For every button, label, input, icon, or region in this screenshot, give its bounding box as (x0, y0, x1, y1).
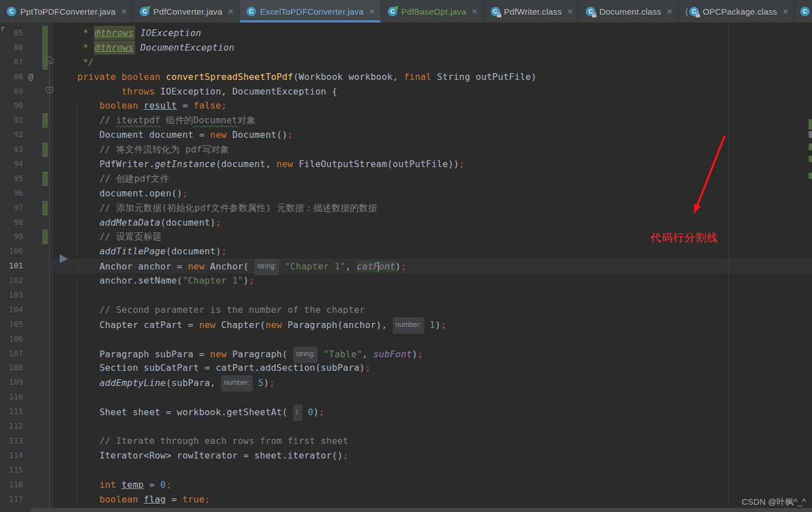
stripe-mark[interactable] (809, 119, 812, 129)
gutter-cell[interactable]: 107 (0, 347, 53, 361)
code-line-90[interactable]: 90 boolean result = false; (0, 98, 812, 113)
gutter-cell[interactable]: 113 (0, 434, 53, 448)
gutter-cell[interactable]: 114 (0, 448, 53, 463)
code-line-87[interactable]: 87 */ (0, 55, 812, 70)
code-line-101[interactable]: 101 Anchor anchor = new Anchor( string: … (0, 259, 812, 273)
code-line-112[interactable]: 112 (0, 419, 812, 434)
gutter-cell[interactable]: 91 (0, 113, 53, 128)
close-icon[interactable]: × (472, 7, 478, 16)
gutter-cell[interactable]: 98 (0, 215, 53, 230)
gutter-cell[interactable]: 110 (0, 390, 53, 405)
gutter-cell[interactable]: 99 (0, 230, 53, 244)
vcs-change-bar[interactable] (42, 113, 48, 128)
code-line-100[interactable]: 100 addTitlePage(document); (0, 244, 812, 259)
gutter-cell[interactable]: 106 (0, 332, 53, 347)
vcs-change-bar[interactable] (42, 172, 48, 186)
code-line-116[interactable]: 116 int temp = 0; (0, 478, 812, 492)
gutter-cell[interactable]: 97 (0, 201, 53, 215)
tab-OPCPackage.class[interactable]: (COPCPackage.class× (679, 0, 795, 23)
code-line-91[interactable]: 91 // itextpdf 组件的Documnet对象 (0, 113, 812, 128)
gutter-cell[interactable]: 93 (0, 142, 53, 157)
annotation-label: 代码行分割线 (651, 231, 718, 245)
code-line-117[interactable]: 117 boolean flag = true; (0, 492, 812, 507)
gutter-cell[interactable]: 92 (0, 128, 53, 142)
tab-PptToPDFConverter.java[interactable]: CPptToPDFConverter.java× (0, 0, 133, 23)
code-editor[interactable]: r 85 * @throws IOException86 * @throws D… (0, 23, 812, 512)
gutter-cell[interactable]: 101 (0, 259, 53, 273)
tab-PdfConverter.java[interactable]: CPdfConverter.java× (133, 0, 240, 23)
code-line-113[interactable]: 113 // Iterate through each rows from fi… (0, 434, 812, 448)
gutter-cell[interactable]: 112 (0, 419, 53, 434)
code-line-111[interactable]: 111 Sheet sheet = workbook.getSheetAt( i… (0, 405, 812, 419)
code-line-97[interactable]: 97 // 添加元数据(初始化pdf文件参数属性) 元数据：描述数据的数据 (0, 201, 812, 215)
code-line-104[interactable]: 104 // Second parameter is the number of… (0, 303, 812, 317)
close-icon[interactable]: × (121, 7, 127, 16)
gutter-cell[interactable]: 100 (0, 244, 53, 259)
code-line-86[interactable]: 86 * @throws DocumentException (0, 41, 812, 55)
code-line-96[interactable]: 96 document.open(); (0, 186, 812, 201)
fold-collapse-icon[interactable] (45, 56, 54, 64)
code-line-106[interactable]: 106 (0, 332, 812, 347)
code-line-115[interactable]: 115 (0, 463, 812, 478)
code-line-89[interactable]: 89 throws IOException, DocumentException… (0, 84, 812, 99)
tab-Document.class[interactable]: CDocument.class× (579, 0, 678, 23)
close-icon[interactable]: × (667, 7, 672, 16)
tab-partial[interactable]: C (795, 0, 810, 23)
gutter-cell[interactable]: 109 (0, 375, 53, 390)
gutter-cell[interactable]: 108 (0, 361, 53, 375)
code-line-98[interactable]: 98 addMetaData(document); (0, 215, 812, 230)
code-line-109[interactable]: 109 addEmptyLine(subPara, number: 5); (0, 375, 812, 390)
code-line-93[interactable]: 93 // 将文件流转化为 pdf写对象 (0, 142, 812, 157)
gutter-cell[interactable]: 86 (0, 41, 53, 55)
code-line-114[interactable]: 114 Iterator<Row> rowIterator = sheet.it… (0, 448, 812, 463)
fold-collapse-icon[interactable] (45, 86, 54, 95)
vcs-change-bar[interactable] (42, 142, 48, 157)
vcs-change-bar[interactable] (42, 230, 48, 244)
gutter-cell[interactable]: 103 (0, 288, 53, 303)
close-icon[interactable]: × (369, 7, 375, 16)
tab-PdfBaseOpt.java[interactable]: CPdfBaseOpt.java× (381, 0, 484, 23)
code-line-92[interactable]: 92 Document document = new Document(); (0, 128, 812, 142)
close-icon[interactable]: × (228, 7, 234, 16)
gutter-cell[interactable]: 90 (0, 98, 53, 113)
gutter-cell[interactable]: 96 (0, 186, 53, 201)
stripe-mark[interactable] (809, 143, 812, 150)
tab-ExcelToPDFConverter.java[interactable]: CExcelToPDFConverter.java× (240, 0, 381, 23)
close-icon[interactable]: × (567, 7, 573, 16)
line-number: 103 (0, 288, 23, 303)
gutter-cell[interactable]: 105 (0, 317, 53, 332)
horizontal-scrollbar[interactable] (31, 508, 812, 512)
code-line-103[interactable]: 103 (0, 288, 812, 303)
vcs-change-bar[interactable] (42, 41, 48, 55)
gutter-cell[interactable]: 117 (0, 492, 53, 507)
code-text: */ (53, 55, 812, 70)
code-text: // 将文件流转化为 pdf写对象 (53, 142, 812, 157)
gutter-cell[interactable]: 95 (0, 172, 53, 186)
gutter-cell[interactable]: 111 (0, 405, 53, 419)
vcs-change-bar[interactable] (42, 26, 48, 41)
code-line-105[interactable]: 105 Chapter catPart = new Chapter(new Pa… (0, 317, 812, 332)
code-text: PdfWriter.getInstance(document, new File… (53, 157, 812, 172)
gutter-cell[interactable]: 94 (0, 157, 53, 172)
tab-PdfWriter.class[interactable]: CPdfWriter.class× (484, 0, 580, 23)
gutter-cell[interactable]: 115 (0, 463, 53, 478)
vcs-change-bar[interactable] (42, 201, 48, 215)
gutter-cell[interactable]: 88 (0, 70, 53, 84)
close-icon[interactable]: × (783, 7, 788, 16)
gutter-cell[interactable]: 104 (0, 303, 53, 317)
code-line-95[interactable]: 95 // 创建pdf文件 (0, 172, 812, 186)
code-line-110[interactable]: 110 (0, 390, 812, 405)
gutter-cell[interactable]: 102 (0, 273, 53, 288)
code-line-88[interactable]: 88 private boolean convertSpreadSheetToP… (0, 70, 812, 84)
stripe-mark[interactable] (809, 156, 812, 162)
stripe-mark[interactable] (809, 173, 812, 179)
gutter-cell[interactable]: 85 (0, 26, 53, 41)
code-line-107[interactable]: 107 Paragraph subPara = new Paragraph( s… (0, 347, 812, 361)
code-line-85[interactable]: 85 * @throws IOException (0, 26, 812, 41)
code-text: Section subCatPart = catPart.addSection(… (53, 361, 812, 375)
gutter-cell[interactable]: 116 (0, 478, 53, 492)
code-line-94[interactable]: 94 PdfWriter.getInstance(document, new F… (0, 157, 812, 172)
code-line-108[interactable]: 108 Section subCatPart = catPart.addSect… (0, 361, 812, 375)
code-line-102[interactable]: 102 anchor.setName("Chapter 1"); (0, 273, 812, 288)
stripe-mark[interactable] (809, 131, 812, 138)
